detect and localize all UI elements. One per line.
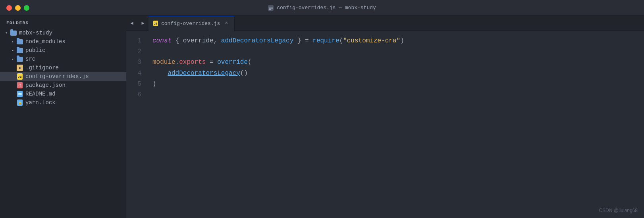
sidebar-item-package-json[interactable]: { } package.json [0, 81, 126, 90]
json-file-icon: { } [16, 82, 24, 88]
code-content[interactable]: const { override, addDecoratorsLegacy } … [149, 31, 644, 218]
sidebar-item-label: config-overrides.js [25, 73, 126, 80]
tab-bar: ◀ ▶ JS config-overrides.js × [126, 16, 644, 31]
back-button[interactable]: ◀ [126, 16, 137, 31]
svg-rect-1 [269, 7, 273, 8]
folder-icon [16, 56, 24, 62]
watermark: CSDN @liulang68 [599, 208, 638, 213]
sidebar-item-label: .gitignore [25, 65, 126, 71]
folder-tree[interactable]: mobx-study node_modules public [0, 29, 126, 218]
folder-icon [10, 30, 17, 36]
sidebar-item-label: package.json [25, 82, 126, 88]
line-numbers: 1 2 3 4 5 6 [126, 31, 149, 218]
folder-icon [16, 47, 24, 54]
window-controls [6, 5, 29, 11]
tab-close-button[interactable]: × [223, 20, 229, 27]
sidebar-item-node-modules[interactable]: node_modules [0, 37, 126, 46]
chevron-icon [10, 56, 16, 62]
sidebar-item-config-overrides[interactable]: JS config-overrides.js [0, 72, 126, 81]
tab-config-overrides[interactable]: JS config-overrides.js × [148, 16, 235, 31]
chevron-icon [10, 38, 16, 45]
sidebar-item-label: yarn.lock [25, 99, 126, 106]
sidebar-item-public[interactable]: public [0, 46, 126, 55]
file-icon [268, 5, 274, 11]
sidebar-item-mobx-study[interactable]: mobx-study [0, 29, 126, 37]
git-file-icon: ◆ [16, 65, 24, 71]
sidebar-item-label: mobx-study [19, 30, 126, 36]
main-layout: FOLDERS mobx-study node_modules [0, 16, 644, 218]
sidebar-item-readme[interactable]: MD README.md [0, 90, 126, 98]
sidebar-item-gitignore[interactable]: ◆ .gitignore [0, 63, 126, 72]
folder-icon [16, 38, 24, 45]
chevron-icon [3, 30, 10, 36]
tab-label: config-overrides.js [161, 21, 220, 27]
sidebar-item-label: node_modules [25, 38, 126, 45]
maximize-button[interactable] [24, 5, 29, 11]
sidebar-item-src[interactable]: src [0, 55, 126, 63]
titlebar: config-overrides.js — mobx-study [0, 0, 644, 16]
close-button[interactable] [6, 5, 12, 11]
sidebar-header: FOLDERS [0, 16, 126, 29]
svg-rect-2 [269, 8, 273, 9]
lock-file-icon: 🔒 [16, 99, 24, 106]
sidebar: FOLDERS mobx-study node_modules [0, 16, 126, 218]
sidebar-item-label: src [25, 56, 126, 62]
sidebar-item-label: public [25, 47, 126, 54]
sidebar-item-label: README.md [25, 91, 126, 97]
svg-rect-3 [269, 9, 271, 10]
code-editor[interactable]: 1 2 3 4 5 6 const { override, addDecorat… [126, 31, 644, 218]
editor-area: ◀ ▶ JS config-overrides.js × 1 2 3 4 5 6… [126, 16, 644, 218]
chevron-icon [10, 47, 16, 54]
forward-button[interactable]: ▶ [137, 16, 148, 31]
sidebar-item-yarn-lock[interactable]: 🔒 yarn.lock [0, 98, 126, 107]
window-title: config-overrides.js — mobx-study [268, 5, 376, 11]
js-file-icon: JS [16, 73, 24, 80]
minimize-button[interactable] [15, 5, 21, 11]
md-file-icon: MD [16, 91, 24, 97]
tab-js-icon: JS [153, 21, 158, 26]
